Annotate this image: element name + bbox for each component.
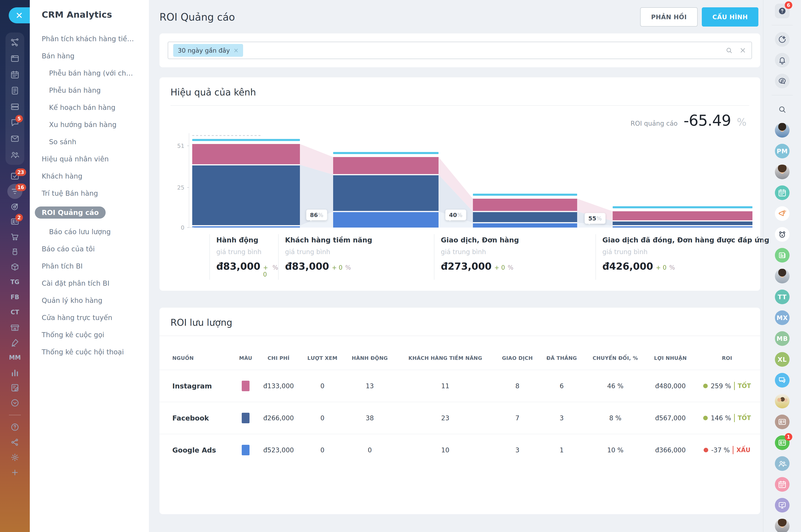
sidebar-item-17[interactable]: Thống kê cuộc gọi [30, 326, 149, 343]
avatar-tt[interactable]: TT [775, 289, 789, 304]
avatar-mb[interactable]: MB [775, 331, 789, 346]
sidebar-item-10[interactable]: ROI Quảng cáo [30, 202, 149, 223]
messenger-icon [778, 77, 786, 86]
rail-item-settings[interactable] [10, 453, 19, 462]
avatar-mx[interactable]: MX [775, 310, 789, 325]
column-header-1[interactable]: MÀU [235, 346, 257, 370]
column-header-0[interactable]: NGUỒN [160, 346, 235, 370]
rail-item-e-signature[interactable] [10, 338, 19, 347]
avatar-user-4[interactable] [775, 519, 789, 532]
calendar-app[interactable] [775, 186, 789, 200]
rail-item-sales-center[interactable] [10, 232, 19, 241]
contacts-green-app[interactable]: 1 [775, 435, 789, 450]
cell-conversion: 10 % [584, 434, 647, 466]
calendar-pink-app[interactable] [775, 477, 789, 492]
avatar-xl[interactable]: XL [775, 352, 789, 367]
contacts-app[interactable] [775, 415, 789, 429]
rail-item-referral[interactable] [10, 438, 19, 447]
rail-item-telegram[interactable]: TG [10, 278, 19, 287]
rail-item-chat[interactable]: 5 [10, 118, 19, 127]
sidebar-item-13[interactable]: Phân tích BI [30, 258, 149, 275]
filter-tag[interactable]: 30 ngày gần đây × [173, 44, 243, 57]
rail-item-contact-center[interactable]: 2 [10, 217, 19, 226]
rail-item-sites[interactable] [10, 54, 19, 63]
feedback-button[interactable]: PHẢN HỒI [640, 7, 698, 26]
column-header-10[interactable]: ROI [694, 346, 760, 370]
sidebar-item-5[interactable]: Xu hướng bán hàng [30, 116, 149, 133]
rail-item-network[interactable] [10, 38, 19, 47]
copilot[interactable] [775, 32, 789, 47]
sidebar-item-4[interactable]: Kế hoạch bán hàng [30, 99, 149, 116]
rail-item-documents[interactable] [10, 86, 19, 95]
column-header-2[interactable]: CHI PHÍ [256, 346, 301, 370]
rail-item-mobile-app[interactable] [10, 247, 19, 256]
sidebar-item-0[interactable]: Phân tích khách hàng tiề… [30, 30, 149, 48]
search-icon[interactable] [725, 47, 733, 54]
rail-item-mm[interactable]: MM [10, 353, 19, 362]
configure-button[interactable]: CẤU HÌNH [702, 7, 758, 26]
chat-app[interactable] [775, 373, 789, 387]
rail-item-inventory[interactable] [10, 262, 19, 271]
promo-app[interactable] [775, 206, 789, 221]
avatar-user-3[interactable] [775, 269, 789, 283]
sidebar-item-18[interactable]: Thống kê cuộc hội thoại [30, 343, 149, 361]
search[interactable] [775, 102, 789, 117]
sidebar-item-3[interactable]: Phễu bán hàng [30, 82, 149, 99]
rail-item-workgroups[interactable] [10, 150, 19, 159]
table-row-instagram[interactable]: Instagram đ133,000 0 13 11 8 6 46 % đ480… [160, 370, 760, 402]
news-app[interactable] [775, 248, 789, 263]
close-sidebar-button[interactable] [9, 7, 30, 23]
notifications[interactable] [775, 53, 789, 68]
avatar-user-1[interactable] [775, 123, 789, 137]
rail-item-analytics[interactable] [10, 368, 19, 377]
sidebar-item-14[interactable]: Cài đặt phân tích BI [30, 275, 149, 292]
table-row-facebook[interactable]: Facebook đ266,000 0 38 23 7 3 8 % đ567,0… [160, 402, 760, 434]
column-header-7[interactable]: ĐÃ THẮNG [540, 346, 584, 370]
messenger[interactable] [775, 74, 789, 88]
sidebar-item-8[interactable]: Khách hàng [30, 168, 149, 185]
sidebar-item-16[interactable]: Cửa hàng trực tuyến [30, 309, 149, 326]
rail-item-mail[interactable] [10, 134, 19, 143]
column-header-9[interactable]: LỢI NHUẬN [647, 346, 694, 370]
rail-item-ct[interactable]: CT [10, 308, 19, 317]
rail-item-marketing[interactable] [10, 202, 19, 211]
screen-tasks-app[interactable] [775, 498, 789, 513]
rail-item-support[interactable] [10, 422, 19, 432]
column-header-5[interactable]: KHÁCH HÀNG TIỀM NĂNG [396, 346, 495, 370]
filter-tag-remove-icon[interactable]: × [234, 47, 238, 54]
column-header-8[interactable]: CHUYỂN ĐỔI, % [584, 346, 647, 370]
rail-item-online-store[interactable] [10, 323, 19, 332]
rail-item-crm-forms[interactable] [10, 383, 19, 392]
avatar-pm[interactable]: PM [775, 144, 789, 158]
rail-item-tasks[interactable]: 23 [10, 172, 19, 181]
sidebar-item-6[interactable]: So sánh [30, 133, 149, 150]
table-row-google-ads[interactable]: Google Ads đ523,000 0 0 10 3 1 10 % đ366… [160, 434, 760, 466]
sidebar-item-1[interactable]: Bán hàng [30, 48, 149, 64]
search-icon [778, 105, 786, 114]
sidebar-item-15[interactable]: Quản lý kho hàng [30, 292, 149, 309]
sidebar-item-2[interactable]: Phễu bán hàng (với ch… [30, 64, 149, 82]
support-icon [10, 422, 19, 432]
rail-item-crm[interactable]: 16 [10, 187, 19, 196]
avatar-user-2[interactable] [775, 165, 789, 179]
rail-item-add[interactable] [10, 468, 19, 477]
rail-item-facebook[interactable]: FB [10, 292, 19, 302]
color-swatch [242, 381, 250, 391]
filter-input[interactable]: 30 ngày gần đây × [168, 42, 752, 59]
clear-filter-icon[interactable] [739, 47, 746, 54]
rail-item-calendar[interactable] [10, 70, 19, 79]
avatar-group[interactable] [775, 394, 789, 408]
rail-item-more[interactable] [10, 398, 19, 407]
helpdesk[interactable]: 6 [775, 4, 789, 18]
people-app[interactable] [775, 456, 789, 471]
column-header-6[interactable]: GIAO DỊCH [495, 346, 540, 370]
stage-delta: + 0 [332, 264, 343, 271]
rail-item-drive[interactable] [10, 102, 19, 111]
column-header-4[interactable]: HÀNH ĐỘNG [344, 346, 395, 370]
sidebar-item-9[interactable]: Trí tuệ Bán hàng [30, 185, 149, 202]
sidebar-item-11[interactable]: Báo cáo lưu lượng [30, 223, 149, 240]
sidebar-item-7[interactable]: Hiệu quả nhân viên [30, 150, 149, 168]
bear-app[interactable] [775, 227, 789, 242]
column-header-3[interactable]: LƯỢT XEM [301, 346, 344, 370]
sidebar-item-12[interactable]: Báo cáo của tôi [30, 240, 149, 258]
